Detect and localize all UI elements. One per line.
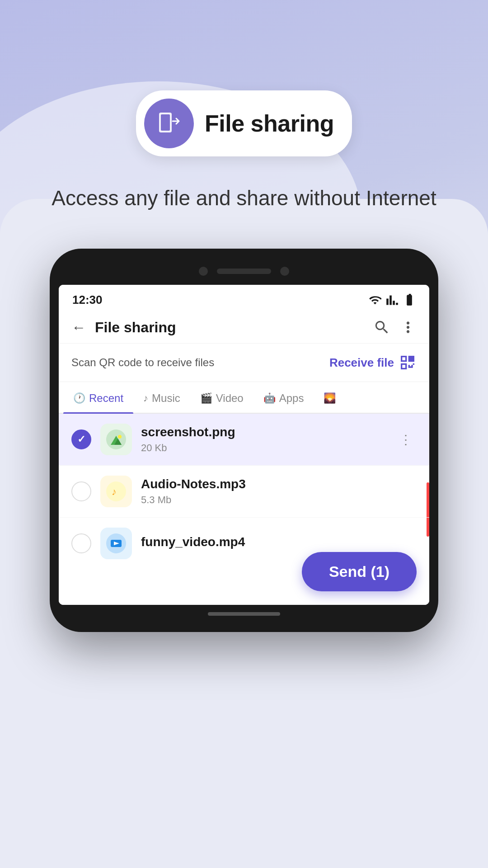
tab-recent[interactable]: 🕐 Recent <box>63 382 133 413</box>
file-item-2[interactable]: ♪ Audio-Notes.mp3 5.3 Mb <box>59 466 429 518</box>
qr-text: Scan QR code to receive files <box>71 356 214 369</box>
file-thumb-2: ♪ <box>100 476 132 507</box>
file-checkbox-3[interactable] <box>71 533 91 553</box>
receive-label: Receive file <box>329 356 394 370</box>
back-button[interactable]: ← <box>71 319 86 336</box>
recent-icon: 🕐 <box>73 392 85 404</box>
file-name-1: screenshot.png <box>141 425 386 439</box>
file-item-1[interactable]: screenshot.png 20 Kb ⋮ <box>59 414 429 466</box>
thumbnail-icon-2: ♪ <box>106 481 126 501</box>
file-info-1: screenshot.png 20 Kb <box>141 425 386 454</box>
home-indicator <box>208 612 280 616</box>
qr-bar: Scan QR code to receive files Receive fi… <box>59 344 429 382</box>
tab-photos[interactable]: 🌄 <box>314 382 346 412</box>
phone-mockup: 12:30 <box>50 249 438 632</box>
app-title: File sharing <box>95 319 364 336</box>
file-checkbox-1[interactable] <box>71 429 91 449</box>
tab-video[interactable]: 🎬 Video <box>190 382 253 413</box>
phone-screen: 12:30 <box>59 285 429 605</box>
phone-top-bar <box>59 258 429 285</box>
app-header: ← File sharing <box>59 311 429 344</box>
tab-music[interactable]: ♪ Music <box>133 382 190 413</box>
signal-icon <box>386 294 399 307</box>
video-icon: 🎬 <box>200 392 212 404</box>
file-thumb-1 <box>100 424 132 455</box>
wifi-icon <box>369 294 381 307</box>
badge-icon-wrap <box>144 99 194 148</box>
tab-recent-label: Recent <box>89 392 123 405</box>
battery-icon <box>403 294 416 307</box>
file-size-2: 5.3 Mb <box>141 494 417 506</box>
file-info-2: Audio-Notes.mp3 5.3 Mb <box>141 477 417 506</box>
thumbnail-icon-3 <box>106 533 126 553</box>
apps-icon: 🤖 <box>263 392 276 404</box>
file-info-3: funny_video.mp4 <box>141 535 417 552</box>
svg-point-5 <box>118 435 122 439</box>
qr-icon <box>399 354 417 372</box>
hero-subtitle: Access any file and share without Intern… <box>15 184 472 212</box>
photos-icon: 🌄 <box>324 392 336 404</box>
receive-file-button[interactable]: Receive file <box>329 354 417 372</box>
file-name-2: Audio-Notes.mp3 <box>141 477 417 491</box>
tab-apps[interactable]: 🤖 Apps <box>253 382 314 413</box>
file-tabs: 🕐 Recent ♪ Music 🎬 Video 🤖 Apps <box>59 382 429 414</box>
phone-camera-2 <box>280 267 289 276</box>
status-bar: 12:30 <box>59 285 429 311</box>
badge-title: File sharing <box>205 110 334 137</box>
phone-speaker <box>217 269 271 274</box>
file-size-1: 20 Kb <box>141 442 386 454</box>
send-button[interactable]: Send (1) <box>302 552 417 591</box>
send-button-container: Send (1) <box>302 552 417 591</box>
feature-badge: File sharing <box>136 90 352 156</box>
tab-apps-label: Apps <box>279 392 304 405</box>
search-button[interactable] <box>373 319 390 336</box>
file-list: screenshot.png 20 Kb ⋮ <box>59 414 429 605</box>
svg-text:♪: ♪ <box>112 486 117 497</box>
file-sharing-icon <box>155 110 183 137</box>
file-thumb-3 <box>100 528 132 559</box>
file-name-3: funny_video.mp4 <box>141 535 417 549</box>
status-icons <box>369 294 416 307</box>
status-time: 12:30 <box>72 293 103 307</box>
svg-rect-1 <box>161 114 170 131</box>
music-icon: ♪ <box>143 392 148 404</box>
tab-video-label: Video <box>216 392 244 405</box>
file-menu-button-1[interactable]: ⋮ <box>395 428 417 452</box>
more-button[interactable] <box>399 319 417 336</box>
tab-music-label: Music <box>152 392 180 405</box>
phone-camera <box>199 267 208 276</box>
phone-bottom-bar <box>59 605 429 623</box>
file-checkbox-2[interactable] <box>71 481 91 501</box>
thumbnail-icon-1 <box>106 429 126 449</box>
